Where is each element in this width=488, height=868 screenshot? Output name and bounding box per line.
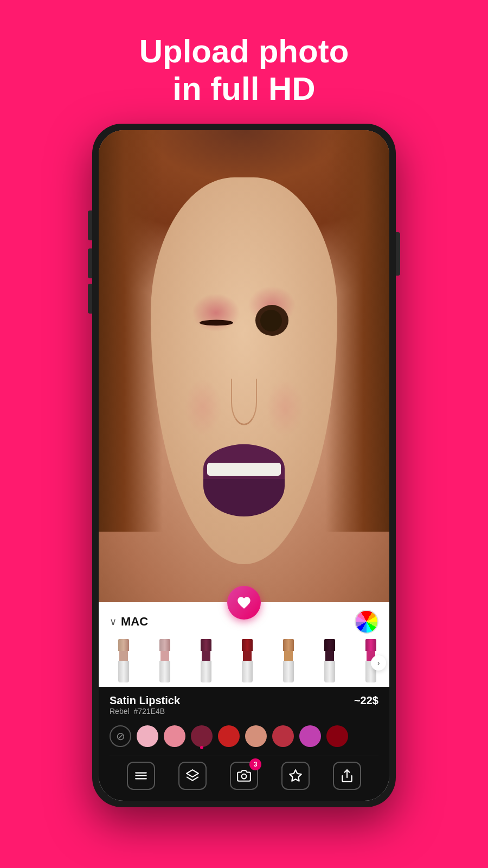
- brand-name: MAC: [121, 615, 148, 629]
- lipstick-products-row[interactable]: ›: [99, 639, 389, 687]
- product-name: Satin Lipstick: [110, 694, 180, 707]
- camera-button[interactable]: 3: [230, 762, 258, 790]
- layers-button[interactable]: [178, 762, 207, 790]
- eye-right-open: [255, 305, 289, 336]
- list-item[interactable]: [272, 725, 294, 747]
- skin-face: [151, 177, 337, 564]
- header-title: Upload photo in full HD: [139, 33, 349, 107]
- list-item[interactable]: [269, 639, 308, 682]
- header-section: Upload photo in full HD: [139, 33, 349, 107]
- product-panel: ∨ MAC: [99, 602, 389, 801]
- lips-lower: [203, 478, 285, 516]
- svg-point-4: [242, 774, 247, 779]
- product-details-section: Satin Lipstick Rebel #721E4B ~22$ ⊘: [99, 687, 389, 801]
- eyeshadow-left: [192, 293, 240, 332]
- list-item[interactable]: [299, 725, 321, 747]
- lipstick-tube: [160, 639, 170, 682]
- list-item[interactable]: [104, 639, 143, 682]
- share-button[interactable]: [333, 762, 361, 790]
- list-item[interactable]: [310, 639, 349, 682]
- lipstick-tube: [325, 639, 335, 682]
- face-photo: [99, 130, 389, 602]
- phone-screen: ∨ MAC: [99, 130, 389, 801]
- cheek-right: [266, 379, 304, 437]
- lipstick-tube: [284, 639, 293, 682]
- list-item[interactable]: [164, 725, 185, 747]
- lipstick-tube: [201, 639, 211, 682]
- product-shade: Rebel #721E4B: [110, 707, 180, 716]
- lips: [203, 444, 285, 514]
- brand-left[interactable]: ∨ MAC: [110, 615, 148, 629]
- nose: [231, 379, 257, 425]
- eye-left-winking: [200, 320, 233, 326]
- menu-button[interactable]: [127, 762, 155, 790]
- next-arrow-button[interactable]: ›: [371, 655, 386, 671]
- lipstick-tube: [119, 639, 129, 682]
- list-item[interactable]: [137, 725, 158, 747]
- list-item[interactable]: [145, 639, 184, 682]
- list-item[interactable]: [191, 725, 213, 747]
- color-wheel-button[interactable]: [355, 610, 378, 634]
- brand-chevron-icon: ∨: [110, 616, 117, 628]
- list-item[interactable]: [218, 725, 240, 747]
- lips-upper: [203, 444, 285, 479]
- list-item[interactable]: [228, 639, 267, 682]
- svg-marker-3: [187, 770, 198, 777]
- product-info-row: Satin Lipstick Rebel #721E4B ~22$: [110, 694, 378, 723]
- teeth: [207, 463, 281, 476]
- favorites-button[interactable]: [281, 762, 310, 790]
- list-item[interactable]: [245, 725, 267, 747]
- list-item[interactable]: [187, 639, 226, 682]
- no-color-swatch[interactable]: ⊘: [110, 725, 131, 747]
- bottom-toolbar: 3: [110, 756, 378, 793]
- product-name-group: Satin Lipstick Rebel #721E4B: [110, 694, 180, 723]
- lipstick-tube: [242, 639, 252, 682]
- product-price: ~22$: [354, 694, 378, 707]
- list-item[interactable]: [326, 725, 348, 747]
- face-background: [99, 130, 389, 602]
- favorite-button[interactable]: [227, 586, 261, 620]
- camera-badge: 3: [249, 758, 261, 770]
- cheek-left: [184, 379, 222, 437]
- phone-mockup: ∨ MAC: [92, 124, 396, 807]
- color-swatches-row: ⊘: [110, 725, 378, 747]
- svg-marker-5: [290, 770, 301, 781]
